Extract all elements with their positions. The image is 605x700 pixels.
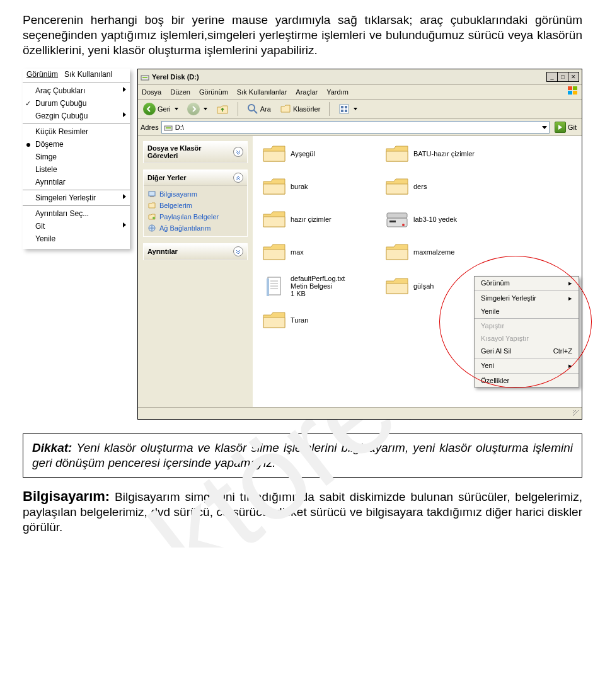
view-menu-item[interactable]: Simge	[23, 151, 130, 163]
folder-item[interactable]: Turan	[262, 310, 384, 330]
task-box-file-folder: Dosya ve Klasör Görevleri	[143, 141, 248, 163]
status-bar	[138, 407, 582, 419]
explorer-window: Yerel Disk (D:) _ □ ✕ Dosya Düzen Görünü…	[137, 69, 582, 420]
task-box-title: Dosya ve Klasör Görevleri	[147, 144, 233, 159]
folder-item[interactable]: ders	[384, 176, 507, 197]
view-menu-item[interactable]: Araç Çubukları	[23, 84, 130, 97]
context-menu-item[interactable]: Görünüm▸	[475, 277, 579, 290]
back-button[interactable]: Geri	[141, 101, 181, 117]
svg-rect-4	[568, 91, 572, 95]
address-label: Adres	[141, 123, 159, 131]
task-box-title: Ayrıntılar	[147, 248, 178, 255]
window-title: Yerel Disk (D:)	[152, 73, 199, 81]
svg-rect-5	[573, 91, 577, 95]
view-menu-item[interactable]: Gezgin Çubuğu	[23, 110, 130, 122]
menu-dosya[interactable]: Dosya	[142, 88, 161, 96]
menu-bar: Dosya Düzen Görünüm Sık Kullanılanlar Ar…	[138, 85, 582, 100]
tasks-pane: Dosya ve Klasör Görevleri Diğer Yerler B…	[138, 136, 253, 407]
svg-rect-2	[568, 86, 572, 90]
task-box-title: Diğer Yerler	[147, 174, 187, 181]
context-menu-item[interactable]: Geri Al SilCtrl+Z	[475, 345, 579, 357]
svg-rect-20	[389, 221, 396, 222]
svg-point-21	[402, 224, 405, 226]
folder-view[interactable]: AyşegülBATU-hazır çizimlerburakdershazır…	[253, 136, 582, 407]
menu-araclar[interactable]: Araçlar	[296, 88, 318, 96]
task-box-details: Ayrıntılar	[143, 243, 248, 260]
task-box-other-places: Diğer Yerler BilgisayarımBelgelerimPayla…	[143, 169, 248, 237]
address-input[interactable]: D:\	[161, 121, 550, 134]
context-menu-item[interactable]: Özellikler	[475, 374, 579, 387]
note-box: Dikkat: Yeni klasör oluşturma ve klasör …	[23, 433, 582, 478]
context-menu: Görünüm▸Simgeleri Yerleştir▸YenileYapışt…	[474, 276, 579, 387]
folders-button[interactable]: Klasörler	[277, 102, 323, 116]
svg-rect-10	[345, 106, 347, 108]
folder-item[interactable]: Ayşegül	[262, 144, 384, 164]
maximize-button[interactable]: □	[557, 72, 568, 82]
menu-duzen[interactable]: Düzen	[170, 88, 190, 96]
view-menu-item[interactable]: Listele	[23, 163, 130, 176]
svg-point-17	[153, 217, 155, 219]
collapse-icon[interactable]	[233, 173, 243, 183]
svg-rect-9	[341, 106, 343, 108]
go-button[interactable]: Git	[552, 121, 579, 134]
folder-item[interactable]: BATU-hazır çizimler	[384, 144, 507, 164]
menu-yardim[interactable]: Yardım	[326, 88, 349, 96]
menu-sik[interactable]: Sık Kullanılanlar	[237, 88, 287, 96]
note-heading: Dikkat:	[32, 441, 72, 454]
svg-rect-3	[573, 86, 577, 90]
collapse-icon[interactable]	[233, 147, 243, 157]
view-menu-item[interactable]: Döşeme	[23, 138, 130, 151]
forward-button[interactable]	[185, 101, 210, 117]
bilgisayarim-paragraph: Bilgisayarım: Bilgisayarım simgesini tık…	[23, 488, 582, 535]
menu-gorunum[interactable]: Görünüm	[199, 88, 228, 96]
minimize-button[interactable]: _	[546, 72, 558, 82]
folder-item[interactable]: defaultPerfLog.txtMetin Belgesi1 KB	[262, 275, 384, 297]
address-bar: Adres D:\ Git	[138, 119, 582, 136]
view-menu-tab-next[interactable]: Sık Kullanılanl	[64, 70, 112, 79]
view-menu-item[interactable]: Git	[23, 220, 130, 232]
other-places-link[interactable]: Paylaşılan Belgeler	[147, 211, 243, 222]
svg-line-7	[254, 110, 257, 113]
view-menu: Görünüm Sık Kullanılanl Araç ÇubuklarıDu…	[23, 69, 130, 249]
svg-rect-14	[166, 127, 171, 129]
expand-icon[interactable]	[233, 246, 243, 256]
windows-flag-icon	[567, 85, 579, 96]
context-menu-item[interactable]: Yenile	[475, 305, 579, 318]
close-button[interactable]: ✕	[568, 72, 579, 82]
other-places-link[interactable]: Bilgisayarım	[147, 188, 243, 200]
view-menu-tab-selected[interactable]: Görünüm	[26, 70, 58, 79]
svg-point-6	[248, 105, 255, 111]
folder-item[interactable]: lab3-10 yedek	[384, 209, 507, 229]
view-menu-item[interactable]: Yenile	[23, 232, 130, 245]
svg-rect-22	[387, 213, 407, 218]
title-bar: Yerel Disk (D:) _ □ ✕	[138, 69, 582, 85]
other-places-link[interactable]: Ağ Bağlantılarım	[147, 222, 243, 234]
view-menu-item[interactable]: Küçük Resimler	[23, 125, 130, 138]
search-icon	[247, 103, 258, 115]
up-button[interactable]	[214, 101, 231, 117]
folder-item[interactable]: hazır çizimler	[262, 209, 384, 229]
view-menu-item[interactable]: Durum Çubuğu✓	[23, 97, 130, 110]
context-menu-item: Kısayol Yapıştır	[475, 332, 579, 345]
folder-up-icon	[216, 103, 229, 115]
folder-item[interactable]: max	[262, 242, 384, 262]
views-icon	[338, 103, 350, 115]
other-places-link[interactable]: Belgelerim	[147, 200, 243, 211]
folder-item[interactable]: burak	[262, 176, 384, 197]
view-menu-item[interactable]: Simgeleri Yerleştir	[23, 192, 130, 204]
paragraph-heading: Bilgisayarım:	[23, 488, 110, 504]
drive-icon	[141, 72, 149, 81]
views-button[interactable]	[336, 102, 360, 116]
drive-icon	[164, 123, 173, 132]
context-menu-item[interactable]: Yeni▸	[475, 359, 579, 372]
folder-item[interactable]: maxmalzeme	[384, 242, 507, 262]
svg-rect-16	[150, 196, 154, 197]
note-text: Yeni klasör oluşturma ve klasör silme iş…	[32, 441, 573, 469]
context-menu-item[interactable]: Simgeleri Yerleştir▸	[475, 292, 579, 305]
svg-rect-1	[142, 77, 147, 78]
search-button[interactable]: Ara	[245, 102, 274, 116]
svg-rect-15	[149, 192, 155, 196]
view-menu-item[interactable]: Ayrıntılar	[23, 176, 130, 188]
view-menu-item[interactable]: Ayrıntıları Seç...	[23, 207, 130, 220]
svg-rect-24	[267, 278, 269, 296]
